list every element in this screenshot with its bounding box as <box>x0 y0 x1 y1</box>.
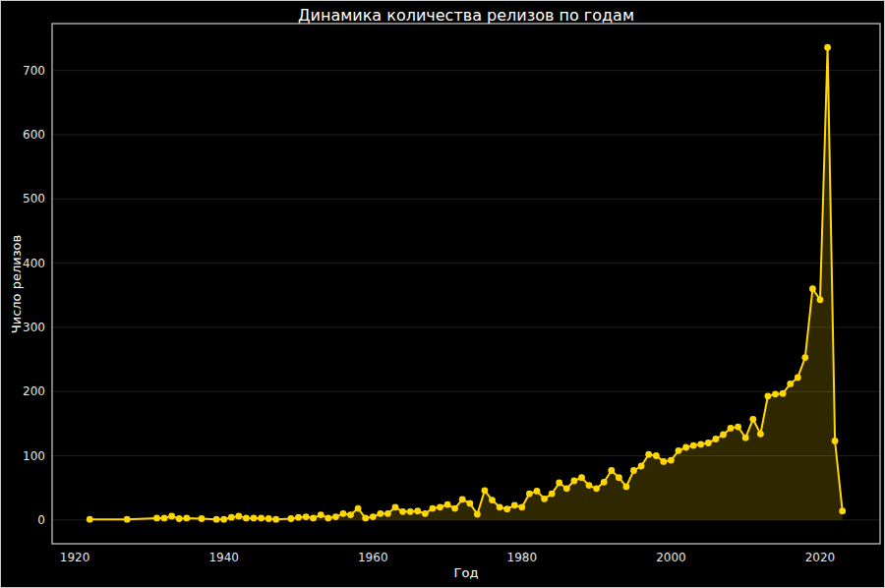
data-point <box>466 500 473 507</box>
data-point <box>459 497 466 503</box>
data-point <box>660 458 667 465</box>
y-tick-label: 100 <box>23 449 45 463</box>
data-point <box>772 390 779 397</box>
data-point <box>511 501 518 508</box>
data-point <box>213 516 220 523</box>
data-point <box>355 505 362 512</box>
data-point <box>645 451 652 458</box>
y-tick-label: 600 <box>23 128 45 142</box>
data-point <box>601 479 608 486</box>
data-point <box>653 452 660 459</box>
chart-title: Динамика количества релизов по годам <box>298 6 634 25</box>
y-tick-label: 0 <box>37 513 45 527</box>
data-point <box>340 510 347 517</box>
data-point <box>176 515 183 522</box>
data-point <box>251 515 258 522</box>
data-point <box>676 447 682 454</box>
data-point <box>474 511 481 518</box>
data-point <box>295 514 302 521</box>
data-point <box>399 508 406 515</box>
data-point <box>839 507 846 514</box>
data-point <box>518 503 525 510</box>
data-point <box>705 440 712 446</box>
data-point <box>728 425 735 432</box>
data-point <box>183 515 190 522</box>
data-point <box>451 505 458 512</box>
data-point <box>370 513 377 520</box>
data-point <box>407 508 414 515</box>
data-point <box>324 515 331 522</box>
data-point <box>392 503 399 510</box>
y-axis-label: Число релизов <box>9 235 24 333</box>
data-point <box>541 496 548 502</box>
data-point <box>362 515 369 522</box>
data-point <box>749 416 756 423</box>
data-point <box>571 478 578 485</box>
data-point <box>801 354 808 361</box>
y-tick-label: 700 <box>23 64 45 78</box>
data-point <box>608 467 615 474</box>
x-tick-label: 1960 <box>358 551 388 564</box>
data-point <box>272 516 279 523</box>
data-point <box>332 513 339 520</box>
y-tick-label: 500 <box>23 192 45 206</box>
y-tick-label: 400 <box>23 257 45 270</box>
data-point <box>87 516 93 523</box>
x-tick-label: 1980 <box>507 551 538 564</box>
data-point <box>444 501 451 508</box>
data-point <box>809 285 816 292</box>
data-point <box>430 505 437 512</box>
data-area <box>89 47 842 520</box>
data-point <box>824 44 831 51</box>
data-point <box>482 487 489 494</box>
data-point <box>153 515 160 522</box>
data-point <box>690 442 697 449</box>
data-point <box>303 513 310 520</box>
x-tick-label: 1920 <box>60 551 90 564</box>
x-tick-label: 2000 <box>656 551 686 564</box>
data-point <box>489 497 496 503</box>
data-point <box>757 431 764 438</box>
y-tick-label: 200 <box>23 384 45 398</box>
data-point <box>235 513 242 520</box>
data-point <box>377 510 384 517</box>
data-point <box>347 511 354 518</box>
data-point <box>586 482 593 489</box>
data-point <box>503 505 510 512</box>
y-tick-label: 300 <box>23 321 45 334</box>
data-point <box>735 424 741 431</box>
data-point <box>616 474 622 481</box>
data-point <box>765 392 772 399</box>
data-point <box>697 441 704 447</box>
data-point <box>563 485 570 492</box>
data-point <box>556 480 562 487</box>
figure: 0100200300400500600700192019401960198020… <box>0 0 885 588</box>
data-point <box>795 375 801 382</box>
data-point <box>720 432 727 439</box>
data-point <box>713 436 720 442</box>
data-point <box>549 491 556 498</box>
data-point <box>414 507 421 514</box>
data-point <box>534 488 541 495</box>
data-point <box>243 515 250 522</box>
data-point <box>288 515 295 522</box>
data-point <box>124 516 131 523</box>
data-point <box>638 463 645 470</box>
data-point <box>437 503 443 510</box>
data-point <box>742 435 749 441</box>
data-point <box>817 296 824 303</box>
data-point <box>787 381 794 387</box>
data-point <box>318 511 324 518</box>
data-point <box>578 474 585 481</box>
data-point <box>497 503 503 510</box>
data-point <box>526 491 533 498</box>
data-point <box>422 510 429 517</box>
chart-canvas: 0100200300400500600700192019401960198020… <box>1 1 884 587</box>
x-tick-label: 1940 <box>208 551 239 564</box>
data-point <box>623 484 630 491</box>
data-point <box>593 485 600 492</box>
series-layer <box>87 44 846 523</box>
data-point <box>228 514 235 521</box>
data-point <box>630 467 637 474</box>
data-point <box>199 515 206 522</box>
